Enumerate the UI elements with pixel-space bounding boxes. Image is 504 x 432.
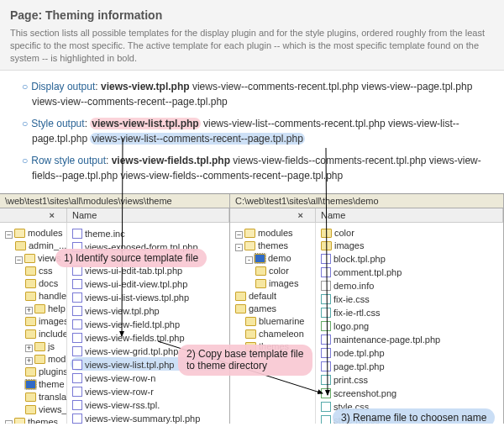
page-title: Page: Theming information — [10, 8, 494, 22]
right-file-list[interactable]: colorimagesblock.tpl.phpcomment.tpl.phpd… — [316, 223, 503, 424]
tree-item[interactable]: −views — [3, 251, 66, 264]
file-item[interactable]: maintenance-page.tpl.php — [319, 332, 503, 345]
tree-item[interactable]: -demo — [234, 251, 315, 264]
row-output-active: views-view-fields.tpl.php — [112, 155, 230, 166]
tree-item[interactable]: −modules — [234, 226, 315, 239]
tree-item[interactable]: +modules — [3, 352, 66, 365]
file-item[interactable]: views-ui-edit-view.tpl.php — [71, 277, 229, 290]
file-item[interactable]: comment.tpl.php — [319, 265, 503, 278]
page-description: This section lists all possible template… — [10, 27, 494, 65]
file-item[interactable]: page.tpl.php — [319, 359, 503, 372]
file-item[interactable]: fix-ie.css — [319, 292, 503, 305]
tree-item[interactable]: -themes — [234, 239, 315, 251]
file-item[interactable]: views-exposed-form.tpl.php — [71, 240, 229, 253]
file-item[interactable]: color — [319, 226, 503, 239]
tree-item[interactable]: +help — [3, 302, 66, 314]
file-item[interactable]: style-rtl.css — [319, 413, 503, 424]
tree-item[interactable]: −themes — [3, 415, 66, 424]
file-item[interactable]: views-view-row-r — [71, 384, 229, 398]
tree-item[interactable]: themes — [234, 340, 315, 352]
file-item[interactable]: demo.info — [319, 278, 503, 292]
tree-item[interactable]: bluemarine — [234, 314, 315, 327]
explorer-left-pane: \web\test1\sites\all\modules\views\theme… — [0, 194, 230, 424]
file-item[interactable]: views-view-list.tpl.php — [71, 357, 229, 371]
file-item[interactable]: theme.inc — [71, 226, 229, 240]
explorer-right-pane: C:\web\test1\sites\all\themes\demo × Nam… — [230, 194, 504, 424]
right-tree-header[interactable]: × — [230, 208, 316, 222]
file-item[interactable]: views-view-field.tpl.php — [71, 317, 229, 330]
file-item[interactable]: screenshot.png — [319, 386, 503, 399]
left-tree[interactable]: −modulesadmin_...−viewscssdocshandlers+h… — [0, 223, 67, 424]
file-item[interactable]: images — [319, 239, 503, 251]
file-item[interactable]: block.tpl.php — [319, 251, 503, 265]
tree-item[interactable]: images — [3, 314, 66, 327]
tree-item[interactable]: games — [234, 302, 315, 314]
tree-item[interactable]: color — [234, 264, 315, 277]
style-output-row: ○Style output views-view-list.tpl.php vi… — [22, 116, 491, 146]
display-output-row: ○Display output views-view.tpl.php views… — [22, 79, 491, 109]
tree-item[interactable]: docs — [3, 277, 66, 289]
template-suggestions: ○Display output views-view.tpl.php views… — [0, 71, 504, 193]
style-output-label[interactable]: Style output — [31, 118, 90, 129]
right-address-bar[interactable]: C:\web\test1\sites\all\themes\demo — [230, 194, 503, 208]
file-item[interactable]: views-view.tpl.php — [71, 303, 229, 317]
tree-item[interactable]: admin_... — [3, 239, 66, 251]
left-tree-header[interactable]: × — [0, 208, 67, 222]
tree-item[interactable]: translation — [3, 390, 66, 403]
theming-info-panel: Page: Theming information This section l… — [0, 0, 504, 71]
file-item[interactable]: views-view-fields.tpl.php — [71, 330, 229, 344]
tree-item[interactable]: images — [234, 277, 315, 289]
right-name-column[interactable]: Name — [316, 208, 503, 222]
file-item[interactable]: views-ui-list-views.tpl.php — [71, 290, 229, 303]
tree-item[interactable]: chameleon — [234, 327, 315, 340]
file-item[interactable]: views-ui-edit-tab.tpl.php — [71, 263, 229, 277]
file-item[interactable]: views-view-summary.tpl.php — [71, 411, 229, 424]
tree-item[interactable]: handlers — [3, 289, 66, 302]
close-icon[interactable]: × — [50, 210, 61, 220]
row-output-label[interactable]: Row style output — [31, 155, 111, 166]
tree-item[interactable]: includes — [3, 327, 66, 340]
tree-item[interactable]: views_exp — [3, 403, 66, 415]
file-item[interactable]: views-view-rss.tpl. — [71, 398, 229, 411]
file-item[interactable]: logo.png — [319, 319, 503, 332]
file-item[interactable]: print.css — [319, 372, 503, 386]
tree-item[interactable]: default — [234, 289, 315, 302]
display-output-label[interactable]: Display output — [31, 81, 101, 92]
file-item[interactable]: views-view-grid.tpl.php — [71, 344, 229, 357]
file-item[interactable]: views-view-row-n — [71, 371, 229, 384]
tree-item[interactable]: css — [3, 264, 66, 277]
tree-item[interactable]: +js — [3, 340, 66, 352]
file-explorer: \web\test1\sites\all\modules\views\theme… — [0, 193, 504, 424]
display-output-active: views-view.tpl.php — [101, 81, 190, 92]
close-icon[interactable]: × — [298, 210, 310, 220]
file-item[interactable]: style.css — [319, 399, 503, 413]
tree-item[interactable]: plugins — [3, 365, 66, 377]
row-output-row: ○Row style output views-view-fields.tpl.… — [22, 153, 491, 183]
right-tree[interactable]: −modules-themes-democolorimagesdefaultga… — [230, 223, 316, 424]
tree-item[interactable]: theme — [3, 377, 66, 390]
style-output-active: views-view-list.tpl.php — [90, 118, 200, 129]
left-file-list[interactable]: theme.incviews-exposed-form.tpl.phpviews… — [67, 223, 229, 424]
left-name-column[interactable]: Name — [67, 208, 229, 222]
tree-item[interactable]: −modules — [3, 226, 66, 239]
file-item[interactable]: node.tpl.php — [319, 345, 503, 359]
file-item[interactable]: fix-ie-rtl.css — [319, 305, 503, 319]
left-address-bar[interactable]: \web\test1\sites\all\modules\views\theme — [0, 194, 229, 208]
style-output-chosen: views-view-list--comments-recent--page.t… — [90, 133, 304, 145]
